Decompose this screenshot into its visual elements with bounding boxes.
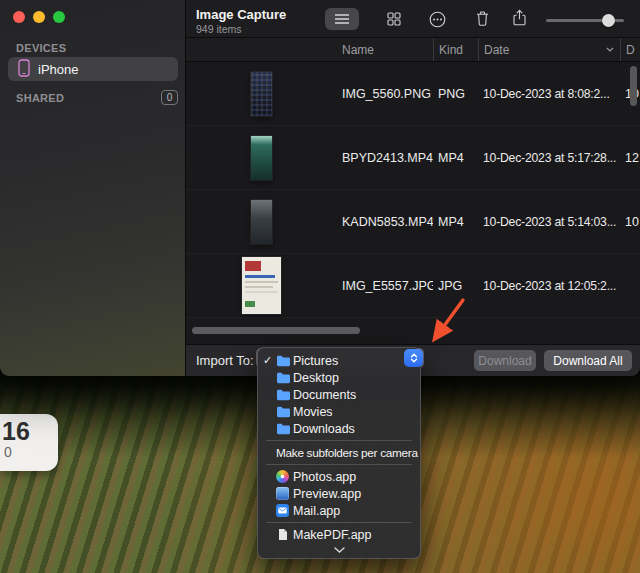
device-name-label: iPhone <box>38 62 78 77</box>
folder-icon <box>276 355 293 367</box>
up-down-chevrons-icon <box>410 353 418 363</box>
table-header: Name Kind Date D <box>186 38 640 62</box>
horizontal-scrollbar[interactable] <box>192 327 360 334</box>
overlay-card-subtext: 0 <box>4 444 58 460</box>
folder-icon <box>276 406 293 418</box>
menu-item-label: Mail.app <box>293 504 340 518</box>
menu-item-pictures[interactable]: ✓ Pictures <box>258 352 420 369</box>
menu-item-preview-app[interactable]: Preview.app <box>258 485 420 502</box>
name-header-label: Name <box>342 43 374 57</box>
menu-item-desktop[interactable]: Desktop <box>258 369 420 386</box>
download-all-button[interactable]: Download All <box>544 350 632 371</box>
download-button[interactable]: Download <box>474 350 536 371</box>
table-row[interactable]: BPYD2413.MP4 MP4 10-Dec-2023 at 5:17:28.… <box>186 126 640 190</box>
date-header-label: Date <box>484 43 509 57</box>
main-content: Image Capture 949 items <box>186 0 640 376</box>
table-row[interactable]: IMG_5560.PNG PNG 10-Dec-2023 at 8:08:2..… <box>186 62 640 126</box>
column-header-thumbnail <box>186 38 336 61</box>
column-header-date[interactable]: Date <box>478 38 620 61</box>
menu-item-label: Desktop <box>293 371 339 385</box>
sidebar: DEVICES iPhone SHARED 0 <box>0 0 186 376</box>
file-name: IMG_E5557.JPG <box>336 279 433 293</box>
menu-item-photos-app[interactable]: Photos.app <box>258 468 420 485</box>
popup-chevrons-button[interactable] <box>404 349 423 367</box>
file-date: 10-Dec-2023 at 8:08:2... <box>478 87 620 101</box>
import-to-label: Import To: <box>196 353 254 368</box>
menu-separator <box>266 440 412 441</box>
window-title: Image Capture <box>196 7 286 22</box>
titlebar: Image Capture 949 items <box>186 0 640 38</box>
menu-separator <box>266 522 412 523</box>
folder-icon <box>276 423 293 435</box>
shared-section-label: SHARED <box>16 92 64 104</box>
photos-app-icon <box>276 470 293 483</box>
makepdf-app-icon <box>276 528 293 541</box>
more-options-button[interactable] <box>429 11 446 28</box>
file-kind: MP4 <box>433 215 478 229</box>
column-header-kind[interactable]: Kind <box>433 38 478 61</box>
vertical-scrollbar[interactable] <box>630 66 637 106</box>
ellipsis-circle-icon <box>429 11 446 28</box>
menu-item-mail-app[interactable]: Mail.app <box>258 502 420 519</box>
file-name: KADN5853.MP4 <box>336 215 433 229</box>
menu-scroll-down-icon[interactable] <box>258 543 420 556</box>
file-date: 10-Dec-2023 at 5:17:28... <box>478 151 620 165</box>
extra-header-label: D <box>626 43 635 57</box>
thumbnail-zoom-slider[interactable] <box>546 10 632 30</box>
menu-item-make-subfolders[interactable]: Make subfolders per camera <box>258 444 420 461</box>
grid-view-icon <box>387 12 401 26</box>
file-thumbnail <box>251 72 272 116</box>
slider-knob[interactable] <box>602 14 615 27</box>
folder-icon <box>276 372 293 384</box>
grid-view-button[interactable] <box>387 12 401 26</box>
menu-separator <box>266 464 412 465</box>
close-button[interactable] <box>13 11 25 23</box>
menu-item-downloads[interactable]: Downloads <box>258 420 420 437</box>
table-row[interactable]: KADN5853.MP4 MP4 10-Dec-2023 at 5:14:03.… <box>186 190 640 254</box>
file-thumbnail <box>242 257 281 314</box>
menu-item-label: Movies <box>293 405 333 419</box>
menu-item-label: Pictures <box>293 354 338 368</box>
shared-section: SHARED 0 <box>16 90 178 105</box>
file-extra: 10 <box>620 215 640 229</box>
menu-item-label: MakePDF.app <box>293 528 372 542</box>
shared-count-badge: 0 <box>161 90 178 105</box>
overlay-card-text: 16 <box>2 418 58 444</box>
share-button[interactable] <box>512 9 527 27</box>
menu-item-label: Photos.app <box>293 470 356 484</box>
thumbnail-cell <box>186 136 336 180</box>
delete-button[interactable] <box>475 10 490 27</box>
menu-item-label: Preview.app <box>293 487 361 501</box>
table-row[interactable]: IMG_E5557.JPG JPG 10-Dec-2023 at 12:05:2… <box>186 254 640 318</box>
menu-item-label: Make subfolders per camera <box>276 446 418 460</box>
items-count: 949 items <box>196 23 242 35</box>
folder-icon <box>276 389 293 401</box>
menu-item-documents[interactable]: Documents <box>258 386 420 403</box>
share-export-icon <box>512 9 527 27</box>
menu-item-makepdf-app[interactable]: MakePDF.app <box>258 526 420 543</box>
thumbnail-cell <box>186 200 336 244</box>
window-controls <box>13 11 65 23</box>
screen: 16 0 DEVICES iPhone SHARED <box>0 0 640 573</box>
checkmark-icon: ✓ <box>263 354 276 367</box>
file-list: IMG_5560.PNG PNG 10-Dec-2023 at 8:08:2..… <box>186 62 640 318</box>
kind-header-label: Kind <box>439 43 463 57</box>
cropped-overlay-card: 16 0 <box>0 414 58 471</box>
file-date: 10-Dec-2023 at 12:05:2... <box>478 279 620 293</box>
sort-chevron-down-icon <box>606 47 614 52</box>
column-header-extra[interactable]: D <box>620 38 640 61</box>
menu-item-movies[interactable]: Movies <box>258 403 420 420</box>
list-view-icon <box>334 13 350 25</box>
column-header-name[interactable]: Name <box>336 38 433 61</box>
sidebar-item-iphone[interactable]: iPhone <box>8 57 178 81</box>
file-name: IMG_5560.PNG <box>336 87 433 101</box>
thumbnail-cell <box>186 257 336 314</box>
file-kind: MP4 <box>433 151 478 165</box>
minimize-button[interactable] <box>33 11 45 23</box>
list-view-button[interactable] <box>325 8 359 30</box>
menu-item-label: Documents <box>293 388 356 402</box>
zoom-window-button[interactable] <box>53 11 65 23</box>
devices-section-label: DEVICES <box>16 42 66 54</box>
menu-item-label: Downloads <box>293 422 355 436</box>
file-extra: 12 <box>620 151 640 165</box>
